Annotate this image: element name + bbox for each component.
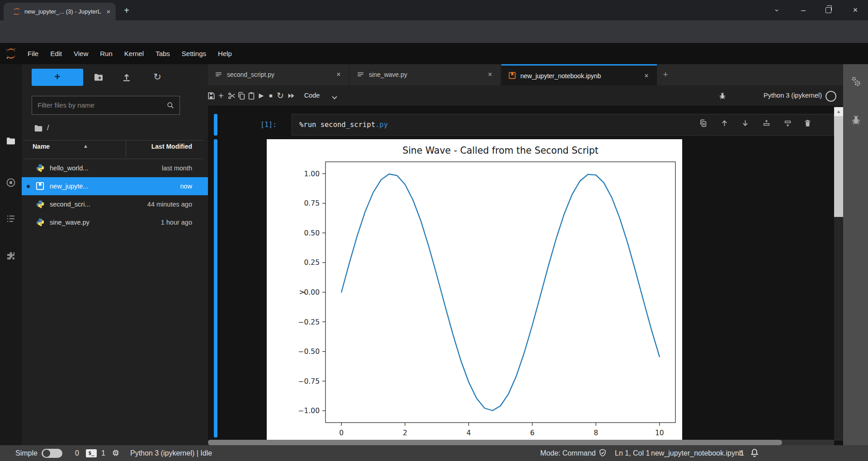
- cursor-position[interactable]: Ln 1, Col 1: [615, 445, 650, 461]
- menu-items: File Edit View Run Kernel Tabs Settings …: [22, 43, 238, 64]
- save-icon[interactable]: [207, 91, 216, 100]
- menu-edit[interactable]: Edit: [44, 43, 68, 64]
- window-restore-button[interactable]: [822, 4, 835, 16]
- tab-label: sine_wave.py: [369, 64, 407, 85]
- terminal-icon[interactable]: $_: [86, 449, 97, 457]
- tab-second-script[interactable]: second_script.py ×: [208, 64, 349, 85]
- breadcrumb[interactable]: /: [47, 121, 49, 135]
- jupyter-favicon: [13, 7, 21, 16]
- kernel-status-text[interactable]: Python 3 (ipykernel) | Idle: [130, 445, 212, 461]
- code-cell-editor[interactable]: %run second_script.py: [292, 114, 834, 136]
- simple-mode-toggle[interactable]: [42, 449, 62, 458]
- file-row-hello-world[interactable]: hello_world... last month: [22, 159, 208, 177]
- menu-file[interactable]: File: [22, 43, 44, 64]
- code-extension: .py: [375, 121, 388, 129]
- bell-icon[interactable]: [750, 448, 760, 458]
- tab-close-icon[interactable]: ×: [104, 7, 113, 17]
- svg-text:0.50: 0.50: [304, 229, 320, 237]
- toggle-knob: [43, 450, 50, 457]
- python-file-icon: [35, 163, 45, 173]
- copy-cell-icon[interactable]: [237, 91, 246, 100]
- restart-run-all-icon[interactable]: [287, 91, 296, 100]
- tab-label: second_script.py: [227, 64, 274, 85]
- column-header-name[interactable]: Name: [33, 143, 50, 150]
- debugger-bug-icon[interactable]: [718, 92, 726, 100]
- svg-text:0.75: 0.75: [304, 199, 320, 207]
- menu-help[interactable]: Help: [212, 43, 238, 64]
- notebook-file-icon: [35, 181, 45, 191]
- cut-cell-icon[interactable]: [227, 91, 236, 100]
- svg-text:−1.00: −1.00: [298, 407, 320, 415]
- notebook-output-plot: Sine Wave - Called from the Second Scrip…: [267, 139, 682, 441]
- input-collapser[interactable]: [214, 114, 217, 136]
- sort-ascending-icon[interactable]: ▲: [83, 143, 88, 149]
- scroll-up-icon[interactable]: ▲: [834, 107, 843, 116]
- kernel-name[interactable]: Python 3 (ipykernel): [736, 85, 822, 106]
- new-folder-icon[interactable]: [93, 72, 104, 83]
- move-cell-up-icon[interactable]: [720, 119, 729, 127]
- file-browser-icon[interactable]: [5, 136, 16, 146]
- svg-text:0.25: 0.25: [304, 259, 320, 267]
- add-cell-icon[interactable]: +: [217, 85, 226, 106]
- column-header-modified[interactable]: Last Modified: [111, 143, 192, 150]
- browser-tab[interactable]: new_jupyter_... (3) - JupyterLab ×: [4, 3, 116, 20]
- duplicate-cell-icon[interactable]: [699, 119, 708, 127]
- vertical-scrollbar-thumb[interactable]: [834, 116, 843, 217]
- debugger-panel-bug-icon[interactable]: [850, 114, 862, 126]
- insert-cell-below-icon[interactable]: [783, 119, 792, 127]
- cell-type-dropdown[interactable]: Code: [298, 85, 326, 106]
- paste-cell-icon[interactable]: [247, 91, 256, 100]
- interrupt-kernel-icon[interactable]: ■: [266, 85, 275, 106]
- running-kernels-icon[interactable]: [5, 177, 16, 188]
- menu-tabs[interactable]: Tabs: [150, 43, 176, 64]
- file-name: new_jupyte...: [50, 177, 88, 195]
- command-mode-indicator[interactable]: Mode: Command: [540, 445, 596, 461]
- menu-run[interactable]: Run: [94, 43, 118, 64]
- table-of-contents-icon[interactable]: [5, 213, 16, 224]
- run-cell-icon[interactable]: ▶: [257, 85, 266, 106]
- filter-files-input[interactable]: [32, 96, 164, 113]
- output-collapser[interactable]: [214, 139, 217, 437]
- kernel-status-icon[interactable]: [826, 91, 836, 102]
- property-inspector-gears-icon[interactable]: [849, 75, 862, 88]
- file-row-sine-wave[interactable]: sine_wave.py 1 hour ago: [22, 213, 208, 231]
- python-file-icon: [35, 217, 45, 227]
- tab-close-icon[interactable]: ×: [334, 70, 344, 80]
- file-row-new-jupyter-notebook[interactable]: new_jupyte... now: [22, 177, 208, 195]
- file-modified: 44 minutes ago: [111, 195, 192, 213]
- file-name: hello_world...: [50, 159, 88, 177]
- upload-icon[interactable]: [121, 72, 132, 83]
- chevron-down-icon[interactable]: [330, 93, 339, 102]
- refresh-file-list-icon[interactable]: ↻: [151, 71, 164, 83]
- tab-new-jupyter-notebook[interactable]: new_jupyter_notebook.ipynb ×: [501, 64, 657, 85]
- restart-kernel-icon[interactable]: ↻: [276, 85, 285, 106]
- tab-close-icon[interactable]: ×: [485, 70, 495, 80]
- new-launcher-button[interactable]: +: [32, 69, 83, 86]
- move-cell-down-icon[interactable]: [741, 119, 750, 127]
- kernel-chip-icon[interactable]: [111, 448, 120, 457]
- extension-manager-icon[interactable]: [5, 250, 16, 261]
- screen: new_jupyter_... (3) - JupyterLab × + – ×…: [0, 0, 868, 461]
- tab-search-chevron-icon[interactable]: [770, 4, 783, 16]
- add-tab-icon[interactable]: +: [660, 69, 671, 80]
- search-icon: [166, 101, 175, 110]
- new-tab-button[interactable]: +: [120, 4, 133, 17]
- menu-settings[interactable]: Settings: [176, 43, 212, 64]
- file-row-second-script[interactable]: second_scri... 44 minutes ago: [22, 195, 208, 213]
- menu-kernel[interactable]: Kernel: [118, 43, 150, 64]
- window-minimize-button[interactable]: –: [797, 4, 810, 16]
- delete-cell-icon[interactable]: [803, 119, 812, 127]
- right-activity-bar: [843, 64, 868, 445]
- insert-cell-above-icon[interactable]: [762, 119, 771, 127]
- tab-close-icon[interactable]: ×: [642, 71, 651, 81]
- breadcrumb-home-folder-icon[interactable]: [33, 123, 43, 133]
- window-close-button[interactable]: ×: [849, 4, 862, 16]
- file-name: sine_wave.py: [50, 213, 90, 231]
- execution-count: [1]:: [225, 114, 277, 136]
- statusbar-filename: new_jupyter_notebook.ipynb: [651, 445, 743, 461]
- horizontal-scrollbar-thumb[interactable]: [208, 440, 782, 445]
- tab-sine-wave[interactable]: sine_wave.py ×: [350, 64, 501, 85]
- svg-text:4: 4: [467, 429, 471, 437]
- trust-shield-icon[interactable]: [598, 448, 607, 457]
- menu-view[interactable]: View: [68, 43, 94, 64]
